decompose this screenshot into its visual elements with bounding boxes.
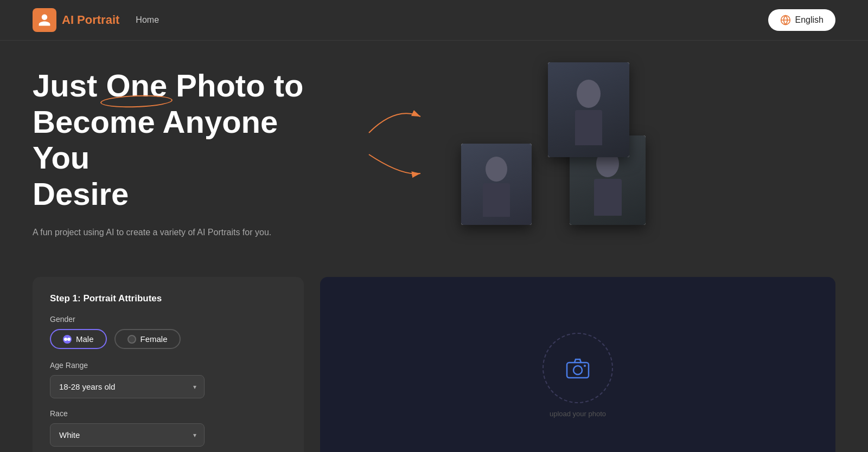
logo-icon: [33, 8, 56, 32]
globe-icon: [780, 15, 791, 25]
camera-icon: [566, 357, 590, 379]
gender-label: Gender: [50, 315, 286, 324]
race-select-wrapper: White Asian Black Hispanic Other ▾: [50, 423, 286, 447]
upload-preview-area[interactable]: upload your photo: [320, 277, 835, 452]
portrait-collage: [304, 68, 835, 261]
age-range-select[interactable]: 18-28 years old 29-39 years old 40-50 ye…: [50, 375, 205, 398]
gender-group: Male Female: [50, 329, 286, 349]
age-label: Age Range: [50, 361, 286, 370]
person-icon: [37, 13, 52, 27]
language-label: English: [795, 15, 824, 25]
race-label: Race: [50, 409, 286, 418]
race-select[interactable]: White Asian Black Hispanic Other: [50, 423, 205, 447]
male-radio-dot: [63, 335, 72, 344]
svg-point-11: [573, 366, 582, 374]
svg-point-12: [584, 365, 586, 367]
age-select-wrapper: 18-28 years old 29-39 years old 40-50 ye…: [50, 375, 286, 398]
svg-rect-5: [575, 110, 602, 145]
gender-male-button[interactable]: Male: [50, 329, 107, 349]
gender-female-button[interactable]: Female: [114, 329, 181, 349]
hero-subtitle: A fun project using AI to create a varie…: [33, 225, 304, 240]
nav-home-link[interactable]: Home: [136, 15, 159, 25]
logo-text: AI Portrait: [62, 13, 119, 27]
language-button[interactable]: English: [768, 9, 835, 31]
portrait-card-bottom-left: [461, 144, 532, 225]
svg-point-6: [486, 157, 507, 182]
portrait-card-top: [548, 62, 629, 157]
svg-point-4: [577, 80, 601, 108]
male-label: Male: [76, 334, 94, 344]
title-highlight: One: [106, 68, 167, 104]
step-title: Step 1: Portrait Attributes: [50, 293, 286, 304]
female-radio-dot: [127, 335, 136, 344]
hero-title: Just One Photo to Become Anyone You Desi…: [33, 68, 304, 212]
step-section: Step 1: Portrait Attributes Gender Male …: [33, 277, 304, 452]
upload-label: upload your photo: [550, 410, 606, 418]
upload-circle: [542, 333, 613, 403]
svg-rect-7: [483, 183, 510, 217]
arrow-decorations: [326, 89, 445, 198]
logo: AI Portrait: [33, 8, 119, 32]
svg-rect-10: [567, 363, 589, 378]
female-label: Female: [141, 334, 168, 344]
svg-rect-9: [594, 179, 622, 216]
